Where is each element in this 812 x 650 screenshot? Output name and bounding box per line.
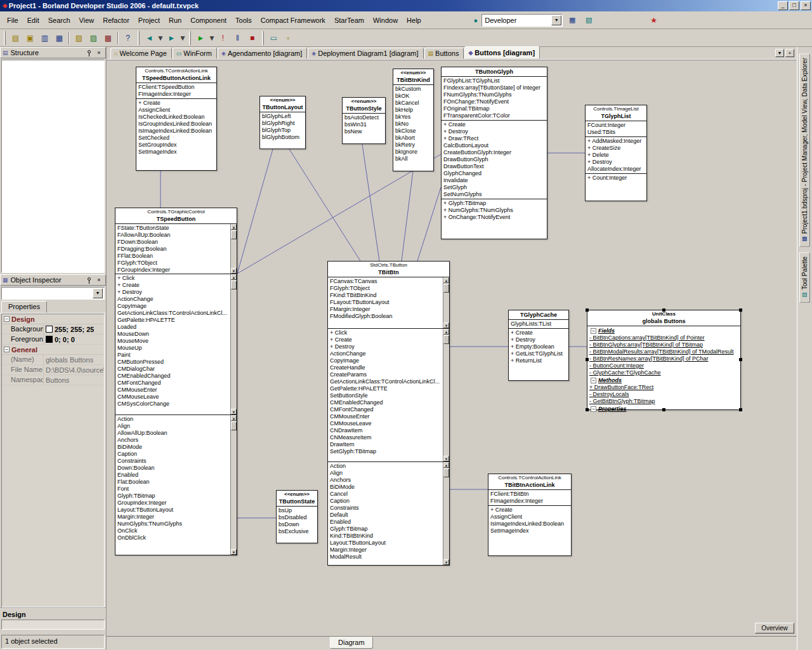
menu-item-compact-framework[interactable]: Compact Framework bbox=[256, 15, 330, 26]
selection-handle-w[interactable] bbox=[586, 358, 589, 361]
menu-item-component[interactable]: Component bbox=[186, 15, 231, 26]
tab-properties[interactable]: Properties bbox=[1, 301, 47, 313]
selection-handle-ne[interactable] bbox=[739, 308, 742, 312]
property-value[interactable]: D:\BDS\4.0\source\ bbox=[44, 365, 104, 375]
scroll-down-icon[interactable]: ▼ bbox=[443, 559, 449, 565]
pin-icon[interactable] bbox=[84, 49, 93, 57]
member-link[interactable]: - DestroyLocals bbox=[587, 391, 740, 398]
stop-button[interactable]: ■ bbox=[245, 30, 259, 45]
scroll-up-icon[interactable]: ▲ bbox=[231, 274, 237, 280]
class-tglyphlist[interactable]: Controls.TImageListTGlyphListFCount:Inte… bbox=[585, 105, 647, 201]
scroll-thumb[interactable] bbox=[231, 421, 237, 430]
save-all-button[interactable]: ▦ bbox=[52, 30, 67, 45]
association-connector[interactable] bbox=[362, 144, 379, 261]
pause-button[interactable]: ‖ bbox=[230, 30, 245, 45]
add-file-button[interactable]: ▨ bbox=[86, 30, 101, 45]
menu-item-starteam[interactable]: StarTeam bbox=[330, 15, 369, 26]
minimize-button[interactable]: _ bbox=[778, 1, 788, 10]
scroll-down-icon[interactable]: ▼ bbox=[231, 409, 237, 415]
menu-item-window[interactable]: Window bbox=[369, 15, 402, 26]
selection-handle-se[interactable] bbox=[739, 408, 742, 411]
property-value[interactable]: globals Buttons bbox=[44, 355, 104, 364]
maximize-button[interactable]: □ bbox=[789, 1, 799, 10]
member-link[interactable]: - BitBtnCaptions:array[TBitBtnKind] of P… bbox=[587, 335, 740, 342]
close-icon[interactable]: × bbox=[95, 49, 103, 57]
selection-handle-n[interactable] bbox=[662, 308, 665, 312]
menu-item-help[interactable]: Help bbox=[402, 15, 426, 26]
class-tglyphcache[interactable]: TGlyphCacheGlyphLists:TList+ Create+ Des… bbox=[508, 310, 569, 381]
collapse-icon[interactable]: − bbox=[591, 378, 596, 383]
class-tspeedbuttonactionlink[interactable]: Controls.TControlActionLinkTSpeedButtonA… bbox=[136, 67, 217, 171]
member-link[interactable]: + DrawButtonFace:TRect bbox=[587, 384, 740, 391]
property-row-foregroun[interactable]: Foregroun0; 0; 0 bbox=[2, 335, 104, 345]
run-button[interactable]: ► bbox=[193, 30, 208, 45]
tab-deployment-diagram1-diagram[interactable]: ◈Deployment Diagram1 [diagram] bbox=[308, 48, 423, 59]
scroll-up-icon[interactable]: ▲ bbox=[231, 415, 237, 421]
selection-handle-e[interactable] bbox=[739, 358, 742, 361]
association-connector[interactable] bbox=[417, 187, 441, 261]
menu-item-file[interactable]: File bbox=[3, 15, 23, 26]
property-value[interactable]: 0; 0; 0 bbox=[44, 335, 104, 344]
menu-item-run[interactable]: Run bbox=[164, 15, 186, 26]
menu-item-search[interactable]: Search bbox=[44, 15, 75, 26]
scroll-thumb[interactable] bbox=[443, 284, 449, 293]
remove-file-button[interactable]: ▩ bbox=[101, 30, 115, 45]
dock-tab-project1-bdsproj-project-manager-model-view-data[interactable]: ▦Project1.bdsproj - Project Manager, Mod… bbox=[799, 53, 810, 247]
collapse-icon[interactable]: − bbox=[591, 406, 596, 412]
property-category-design[interactable]: −Design bbox=[2, 314, 104, 324]
inspector-object-combo[interactable]: ▼ bbox=[1, 287, 105, 300]
association-connector[interactable] bbox=[402, 171, 413, 261]
menu-item-edit[interactable]: Edit bbox=[23, 15, 44, 26]
scroll-thumb[interactable] bbox=[231, 281, 237, 289]
help-button[interactable]: ? bbox=[121, 30, 135, 45]
property-row-file-name[interactable]: File NameD:\BDS\4.0\source\ bbox=[2, 365, 104, 375]
menu-item-view[interactable]: View bbox=[75, 15, 99, 26]
collapse-icon[interactable]: − bbox=[4, 316, 10, 322]
scroll-thumb[interactable] bbox=[231, 230, 237, 239]
member-link[interactable]: - BitBtnGlyphs:array[TBitBtnKind] of TBi… bbox=[587, 342, 740, 348]
chevron-down-icon[interactable]: ▼ bbox=[93, 288, 103, 298]
menu-item-refactor[interactable]: Refactor bbox=[98, 15, 134, 26]
class-tbuttonstyle[interactable]: <<enum>>TButtonStylebsAutoDetectbsWin31b… bbox=[342, 97, 386, 144]
structure-tree[interactable] bbox=[1, 60, 105, 273]
back-dropdown[interactable]: ▼ bbox=[157, 30, 164, 45]
member-link[interactable]: - ButtonCount:Integer bbox=[587, 362, 740, 369]
dock-tab-tool-palette[interactable]: ▤Tool Palette bbox=[799, 252, 810, 303]
scroll-up-icon[interactable]: ▲ bbox=[231, 224, 237, 230]
selection-handle-sw[interactable] bbox=[586, 408, 589, 411]
compartment-scrollbar[interactable]: ▲▼ bbox=[443, 329, 449, 461]
tab-buttons-diagram[interactable]: ◈Buttons [diagram] bbox=[464, 46, 540, 59]
class-tbitbtn[interactable]: StdCtrls.TButtonTBitBtnFCanvas:TCanvasFG… bbox=[327, 261, 450, 566]
close-icon[interactable]: × bbox=[785, 49, 794, 57]
collapse-icon[interactable]: − bbox=[591, 328, 596, 334]
scroll-thumb[interactable] bbox=[443, 335, 449, 344]
compartment-scrollbar[interactable]: ▲▼ bbox=[443, 277, 449, 328]
menu-item-project[interactable]: Project bbox=[134, 15, 164, 26]
association-connector[interactable] bbox=[237, 154, 441, 274]
property-row-backgroun[interactable]: Backgroun255; 255; 25 bbox=[2, 324, 104, 335]
forward-dropdown[interactable]: ▼ bbox=[179, 30, 187, 45]
class-tbuttonstate[interactable]: <<enum>>TButtonStatebsUpbsDisabledbsDown… bbox=[276, 490, 318, 543]
new-items-button[interactable]: ▤ bbox=[8, 30, 23, 45]
tab-scroll-icon[interactable]: ▼ bbox=[775, 49, 784, 57]
selection-handle-s[interactable] bbox=[662, 408, 665, 411]
save-button[interactable]: ▥ bbox=[37, 30, 52, 45]
close-button[interactable]: × bbox=[801, 1, 811, 10]
class-tbitbtnactionlink[interactable]: Controls.TControlActionLinkTBitBtnAction… bbox=[488, 474, 572, 556]
property-row-namespac[interactable]: NamespacButtons bbox=[2, 375, 104, 385]
open-file-button[interactable]: ▣ bbox=[23, 30, 37, 45]
tab-winform[interactable]: ▭WinForm bbox=[173, 48, 217, 59]
tab-buttons[interactable]: ▤Buttons bbox=[424, 48, 464, 59]
scroll-up-icon[interactable]: ▲ bbox=[443, 462, 449, 468]
property-row-name[interactable]: (Name)globals Buttons bbox=[2, 355, 104, 365]
scroll-down-icon[interactable]: ▼ bbox=[443, 456, 449, 461]
set-debug-desktop-button[interactable]: ▧ bbox=[582, 13, 596, 27]
tab-diagram[interactable]: Diagram bbox=[330, 637, 373, 649]
structure-panel-header[interactable]: ▤ Structure × bbox=[0, 47, 106, 58]
chevron-down-icon[interactable]: ▼ bbox=[551, 15, 561, 25]
close-icon[interactable]: × bbox=[95, 276, 103, 284]
scroll-down-icon[interactable]: ▼ bbox=[231, 549, 237, 555]
run-dropdown[interactable]: ▼ bbox=[208, 30, 216, 45]
back-button[interactable]: ◄ bbox=[142, 30, 157, 45]
overview-button[interactable]: Overview bbox=[755, 623, 794, 633]
